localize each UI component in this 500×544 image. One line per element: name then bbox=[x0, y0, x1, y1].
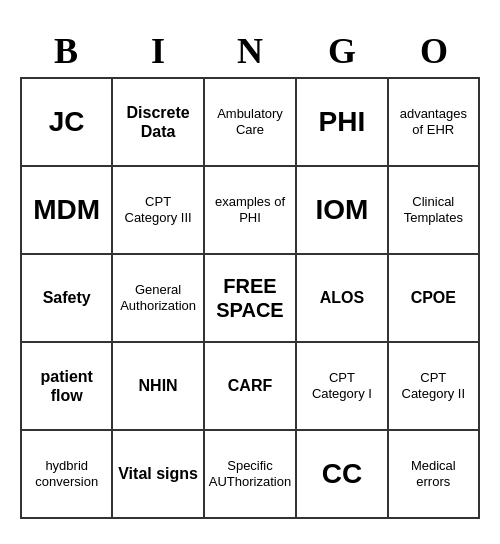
bingo-cell-3[interactable]: PHI bbox=[297, 79, 388, 167]
header-letter-g: G bbox=[296, 25, 388, 77]
cell-text-3: PHI bbox=[319, 105, 366, 139]
cell-text-23: CC bbox=[322, 457, 362, 491]
bingo-cell-22[interactable]: Specific AUThorization bbox=[205, 431, 297, 519]
cell-text-21: Vital signs bbox=[118, 464, 198, 483]
bingo-cell-2[interactable]: Ambulatory Care bbox=[205, 79, 297, 167]
cell-text-2: Ambulatory Care bbox=[209, 106, 291, 137]
bingo-cell-19[interactable]: CPT Category II bbox=[389, 343, 480, 431]
bingo-cell-13[interactable]: ALOS bbox=[297, 255, 388, 343]
cell-text-15: patient flow bbox=[26, 367, 107, 405]
cell-text-10: Safety bbox=[43, 288, 91, 307]
cell-text-1: Discrete Data bbox=[117, 103, 198, 141]
bingo-cell-23[interactable]: CC bbox=[297, 431, 388, 519]
bingo-cell-0[interactable]: JC bbox=[22, 79, 113, 167]
bingo-cell-1[interactable]: Discrete Data bbox=[113, 79, 204, 167]
cell-text-16: NHIN bbox=[139, 376, 178, 395]
cell-text-12: FREE SPACE bbox=[209, 274, 291, 322]
bingo-grid: JCDiscrete DataAmbulatory CarePHIadvanta… bbox=[20, 77, 480, 519]
bingo-cell-12[interactable]: FREE SPACE bbox=[205, 255, 297, 343]
bingo-cell-17[interactable]: CARF bbox=[205, 343, 297, 431]
cell-text-4: advantages of EHR bbox=[393, 106, 474, 137]
bingo-cell-14[interactable]: CPOE bbox=[389, 255, 480, 343]
bingo-cell-21[interactable]: Vital signs bbox=[113, 431, 204, 519]
header-letter-n: N bbox=[204, 25, 296, 77]
bingo-cell-18[interactable]: CPT Category I bbox=[297, 343, 388, 431]
cell-text-6: CPT Category III bbox=[117, 194, 198, 225]
bingo-header: BINGO bbox=[20, 25, 480, 77]
bingo-cell-11[interactable]: General Authorization bbox=[113, 255, 204, 343]
bingo-cell-6[interactable]: CPT Category III bbox=[113, 167, 204, 255]
cell-text-17: CARF bbox=[228, 376, 272, 395]
cell-text-5: MDM bbox=[33, 193, 100, 227]
cell-text-11: General Authorization bbox=[117, 282, 198, 313]
bingo-cell-8[interactable]: IOM bbox=[297, 167, 388, 255]
cell-text-24: Medical errors bbox=[393, 458, 474, 489]
header-letter-i: I bbox=[112, 25, 204, 77]
header-letter-b: B bbox=[20, 25, 112, 77]
cell-text-0: JC bbox=[49, 105, 85, 139]
bingo-card: BINGO JCDiscrete DataAmbulatory CarePHIa… bbox=[10, 15, 490, 529]
cell-text-20: hydbrid conversion bbox=[26, 458, 107, 489]
bingo-cell-24[interactable]: Medical errors bbox=[389, 431, 480, 519]
bingo-cell-7[interactable]: examples of PHI bbox=[205, 167, 297, 255]
cell-text-13: ALOS bbox=[320, 288, 364, 307]
bingo-cell-9[interactable]: Clinical Templates bbox=[389, 167, 480, 255]
bingo-cell-20[interactable]: hydbrid conversion bbox=[22, 431, 113, 519]
cell-text-22: Specific AUThorization bbox=[209, 458, 291, 489]
cell-text-19: CPT Category II bbox=[393, 370, 474, 401]
bingo-cell-15[interactable]: patient flow bbox=[22, 343, 113, 431]
cell-text-14: CPOE bbox=[411, 288, 456, 307]
bingo-cell-5[interactable]: MDM bbox=[22, 167, 113, 255]
cell-text-9: Clinical Templates bbox=[393, 194, 474, 225]
cell-text-7: examples of PHI bbox=[209, 194, 291, 225]
bingo-cell-10[interactable]: Safety bbox=[22, 255, 113, 343]
bingo-cell-16[interactable]: NHIN bbox=[113, 343, 204, 431]
bingo-cell-4[interactable]: advantages of EHR bbox=[389, 79, 480, 167]
cell-text-18: CPT Category I bbox=[301, 370, 382, 401]
header-letter-o: O bbox=[388, 25, 480, 77]
cell-text-8: IOM bbox=[315, 193, 368, 227]
